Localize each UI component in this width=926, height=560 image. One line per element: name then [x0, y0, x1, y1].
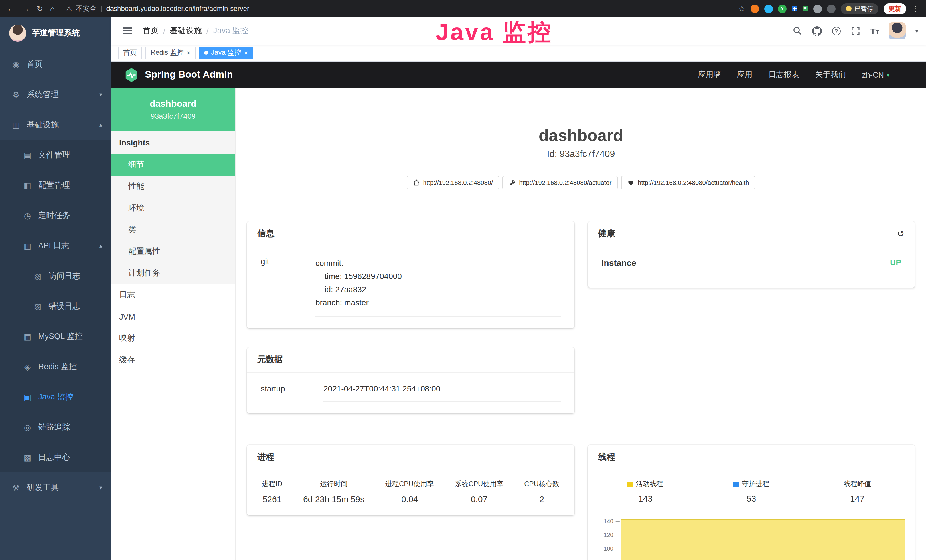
- col-header: 运行时间: [320, 479, 348, 489]
- legend-swatch-yellow: [627, 481, 633, 487]
- reload-icon[interactable]: ↻: [36, 4, 43, 13]
- sidebar-item-config-management[interactable]: ◧ 配置管理: [0, 170, 111, 200]
- sidebar-item-label: 链路追踪: [38, 422, 70, 432]
- breadcrumb-home[interactable]: 首页: [142, 26, 159, 36]
- update-button[interactable]: 更新: [884, 3, 906, 14]
- link-label: http://192.168.0.2:48080/actuator: [519, 179, 611, 186]
- health-status-badge: UP: [890, 258, 901, 268]
- avatar-caret-down-icon[interactable]: ▾: [915, 28, 918, 34]
- instance-home-link[interactable]: http://192.168.0.2:48080/: [406, 176, 499, 189]
- hamburger-icon[interactable]: [123, 30, 132, 31]
- sidebar-item-mysql-monitor[interactable]: ▦ MySQL 监控: [0, 321, 111, 351]
- tag-close-icon[interactable]: ×: [186, 49, 191, 57]
- git-id-line: id: 27aa832: [315, 283, 560, 296]
- sidebar-item-dev-tools[interactable]: ⚒ 研发工具 ▾: [0, 472, 111, 502]
- extension-icon[interactable]: [813, 4, 822, 13]
- sidebar-item-java-monitor[interactable]: ▣ Java 监控: [0, 382, 111, 412]
- metadata-card: 元数据 startup 2021-04-27T00:44:31.254+08:0…: [247, 348, 574, 413]
- sidebar-item-api-logs[interactable]: ▥ API 日志 ▴: [0, 230, 111, 261]
- info-git-row: git commit: time: 1596289704000 id: 27aa…: [247, 247, 574, 328]
- sba-nav-language[interactable]: zh-CN ▾: [862, 70, 890, 79]
- security-label[interactable]: 不安全: [76, 4, 96, 14]
- sba-item-logfile[interactable]: 日志: [111, 284, 235, 306]
- info-value: commit: time: 1596289704000 id: 27aa832 …: [315, 257, 560, 317]
- process-col-process-cpu: 进程CPU使用率 0.04: [385, 479, 434, 504]
- url-text[interactable]: dashboard.yudao.iocoder.cn/infra/admin-s…: [106, 5, 249, 12]
- sidebar-item-redis-monitor[interactable]: ◈ Redis 监控: [0, 351, 111, 382]
- fullscreen-icon[interactable]: [850, 26, 860, 36]
- sba-item-config-props[interactable]: 配置属性: [111, 241, 235, 262]
- font-size-icon[interactable]: TT: [870, 26, 879, 36]
- tag-label: 首页: [123, 48, 137, 58]
- info-card-title: 信息: [247, 221, 574, 247]
- cards-right-column: 健康 ↺ Instance UP: [588, 221, 915, 560]
- sidebar-item-access-logs[interactable]: ▧ 访问日志: [0, 261, 111, 291]
- tag-close-icon[interactable]: ×: [244, 49, 248, 57]
- legend-label: 线程峰值: [844, 479, 871, 489]
- help-icon[interactable]: ?: [832, 27, 840, 35]
- user-avatar[interactable]: [889, 22, 906, 39]
- forward-icon[interactable]: →: [22, 4, 30, 13]
- tag-home[interactable]: 首页: [118, 47, 142, 59]
- sidebar-item-home[interactable]: ◉ 首页: [0, 49, 111, 79]
- sidebar-item-label: 定时任务: [38, 210, 70, 221]
- instance-health-link[interactable]: http://192.168.0.2:48080/actuator/health: [621, 176, 755, 189]
- sba-item-classes[interactable]: 类: [111, 219, 235, 241]
- sba-item-scheduled-tasks[interactable]: 计划任务: [111, 262, 235, 284]
- github-icon[interactable]: [812, 26, 822, 36]
- cards-grid: 信息 git commit: time: 1596289704000 id: 2…: [236, 221, 926, 560]
- back-icon[interactable]: ←: [7, 4, 15, 13]
- info-key: git: [261, 257, 315, 317]
- address-bar[interactable]: ⚠ 不安全 | dashboard.yudao.iocoder.cn/infra…: [66, 4, 249, 14]
- instance-id-subtitle: Id: 93a3fc7f7409: [236, 148, 926, 160]
- sba-item-environment[interactable]: 环境: [111, 197, 235, 219]
- sidebar-item-error-logs[interactable]: ▨ 错误日志: [0, 291, 111, 321]
- sba-item-caches[interactable]: 缓存: [111, 349, 235, 371]
- sidebar-item-label: 系统管理: [27, 89, 59, 100]
- home-icon[interactable]: ⌂: [50, 4, 55, 13]
- sba-nav-about[interactable]: 关于我们: [815, 70, 846, 80]
- sba-item-details[interactable]: 细节: [111, 154, 235, 176]
- sidebar-item-trace[interactable]: ◎ 链路追踪: [0, 412, 111, 442]
- tag-label: Java 监控: [211, 48, 241, 58]
- sidebar-item-system-management[interactable]: ⚙ 系统管理 ▾: [0, 79, 111, 109]
- process-col-uptime: 运行时间 6d 23h 15m 59s: [303, 479, 365, 504]
- paused-badge[interactable]: 已暂停: [841, 3, 878, 14]
- sidebar-item-label: 研发工具: [27, 483, 59, 493]
- sba-item-metrics[interactable]: 性能: [111, 176, 235, 197]
- history-icon[interactable]: ↺: [897, 228, 905, 239]
- tag-java-monitor[interactable]: Java 监控 ×: [199, 47, 253, 59]
- sba-brand[interactable]: Spring Boot Admin: [124, 67, 233, 82]
- main-area: Java 监控 首页 / 基础设施 / Java 监控: [111, 17, 926, 560]
- wrench-icon: [509, 179, 516, 186]
- sba-nav-journal[interactable]: 日志报表: [768, 70, 799, 80]
- sidebar-item-log-center[interactable]: ▩ 日志中心: [0, 442, 111, 472]
- threads-legend: 活动线程 143 守护进程: [588, 470, 915, 503]
- health-instance-row[interactable]: Instance UP: [601, 258, 901, 276]
- chrome-menu-dots-icon[interactable]: ⋮: [911, 4, 920, 13]
- search-icon[interactable]: [792, 26, 802, 36]
- extension-icon[interactable]: [750, 4, 759, 13]
- sba-item-jvm[interactable]: JVM: [111, 306, 235, 327]
- logo-avatar: [9, 24, 26, 42]
- sba-item-mappings[interactable]: 映射: [111, 327, 235, 349]
- sidebar-item-label: API 日志: [38, 241, 69, 251]
- extension-icon[interactable]: [827, 4, 835, 13]
- instance-actuator-link[interactable]: http://192.168.0.2:48080/actuator: [502, 176, 618, 189]
- sidebar-item-infrastructure[interactable]: ◫ 基础设施 ▴: [0, 109, 111, 140]
- extension-icon[interactable]: [764, 4, 773, 13]
- extension-icon[interactable]: on: [802, 6, 808, 11]
- tag-redis-monitor[interactable]: Redis 监控 ×: [145, 47, 196, 59]
- sba-instance-header[interactable]: dashboard 93a3fc7f7409: [111, 88, 235, 131]
- sba-nav-wallboard[interactable]: 应用墙: [698, 70, 721, 80]
- sba-nav-links: 应用墙 应用 日志报表 关于我们 zh-CN ▾: [698, 70, 890, 80]
- col-header: 进程ID: [262, 479, 282, 489]
- sidebar-item-scheduled-jobs[interactable]: ◷ 定时任务: [0, 200, 111, 230]
- sba-nav-applications[interactable]: 应用: [737, 70, 752, 80]
- sidebar-item-file-management[interactable]: ▤ 文件管理: [0, 140, 111, 170]
- bookmark-star-icon[interactable]: ☆: [738, 4, 746, 13]
- breadcrumb-infrastructure[interactable]: 基础设施: [170, 26, 202, 36]
- extension-icon[interactable]: Y: [778, 4, 787, 13]
- app-logo[interactable]: 芋道管理系统: [0, 17, 111, 49]
- extension-icon[interactable]: [792, 6, 797, 11]
